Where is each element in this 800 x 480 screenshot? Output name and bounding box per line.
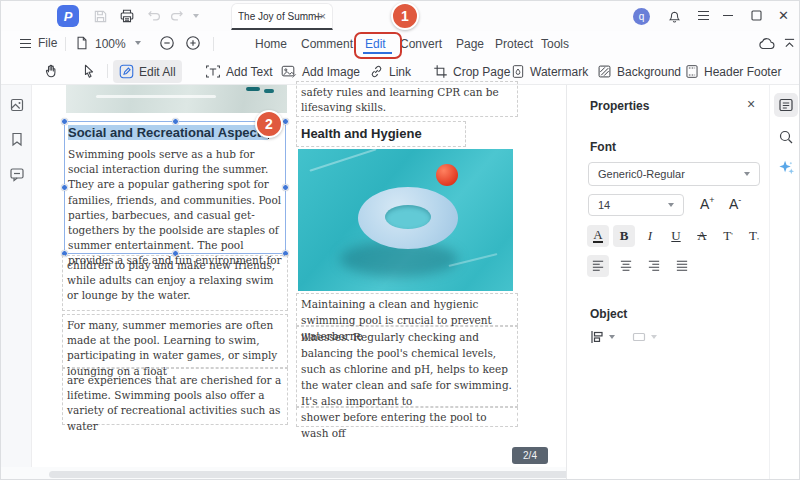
panel-close-icon[interactable]: × [747,96,755,112]
page-view-icon[interactable] [75,35,89,51]
avatar[interactable]: q [633,8,650,25]
header-footer-button[interactable]: Header Footer [679,60,787,83]
window-close-icon[interactable]: ✕ [778,8,789,23]
pool-photo-top-partial[interactable] [66,85,287,113]
add-image-label: Add Image [302,65,360,79]
link-button[interactable]: Link [363,60,417,83]
window-menu-icon[interactable] [697,10,710,21]
app-window: P The Joy of Summer Swi... × + q ✕ [0,0,800,480]
resize-handle[interactable] [282,118,289,125]
object-section-label: Object [590,307,627,321]
watermark-button[interactable]: Watermark [505,60,594,83]
zoom-in-icon[interactable] [185,35,201,51]
heading-block[interactable]: Health and Hygiene [296,121,466,147]
bold-button[interactable]: B [613,225,635,247]
font-family-select[interactable]: Generic0-Regular [588,162,760,186]
font-color-button[interactable]: A [587,225,609,247]
add-text-button[interactable]: Add Text [199,60,278,83]
comments-panel-icon[interactable] [9,166,25,182]
subscript-button[interactable]: T, [743,225,765,247]
text-block[interactable]: Maintaining a clean and hygienic swimmin… [296,293,518,326]
object-distribute-icon [631,329,647,345]
properties-panel-icon[interactable] [774,93,798,117]
text-block[interactable]: illnesses. Regularly checking and balanc… [296,326,518,407]
background-icon [597,64,612,79]
pool-photo[interactable] [298,149,513,291]
new-tab-icon[interactable]: + [314,7,323,24]
align-left-button[interactable] [587,255,609,277]
add-image-button[interactable]: Add Image [275,60,366,83]
selected-text-box[interactable]: Social and Recreational Aspects Swimming… [64,121,286,254]
zoom-level[interactable]: 100% [95,37,126,51]
resize-handle[interactable] [61,118,68,125]
text-block[interactable]: safety rules and learning CPR can be lif… [296,81,518,117]
justify-button[interactable] [671,255,693,277]
align-right-button[interactable] [643,255,665,277]
add-image-icon [281,64,297,79]
horizontal-scrollbar[interactable] [49,471,573,478]
collapse-toolbar-icon[interactable] [783,38,796,49]
resize-handle[interactable] [172,118,179,125]
text-block[interactable]: are experiences that are cherished for a… [62,368,288,425]
save-icon[interactable] [93,9,108,24]
hand-tool-icon[interactable] [43,63,59,79]
italic-button[interactable]: I [639,225,661,247]
align-center-button[interactable] [615,255,637,277]
file-menu-label: File [38,36,57,50]
paragraph-text: safety rules and learning CPR can be [301,85,515,101]
text-block[interactable]: For many, summer memories are often made… [62,314,288,368]
menu-tools[interactable]: Tools [541,37,569,51]
decrease-font-size-icon[interactable]: A- [729,195,741,212]
font-family-value: Generic0-Regular [598,168,685,180]
right-icon-strip [769,85,800,480]
crop-page-icon [433,64,448,79]
background-button[interactable]: Background [591,60,687,83]
bookmarks-icon[interactable] [9,131,25,147]
page-thumbnails-icon[interactable] [9,97,25,113]
underline-button[interactable]: U [665,225,687,247]
edit-all-button[interactable]: Edit All [113,60,182,83]
font-size-value: 14 [598,199,610,211]
select-tool-icon[interactable] [81,63,97,79]
step-2-badge: 2 [255,110,283,138]
watermark-icon [511,64,525,79]
strikethrough-button[interactable]: A [691,225,713,247]
text-block[interactable]: children to play and make new friends, w… [62,255,288,311]
menu-home[interactable]: Home [255,37,287,51]
document-page[interactable]: Social and Recreational Aspects Swimming… [32,85,566,467]
panel-title: Properties [590,99,649,113]
cloud-icon[interactable] [758,37,776,50]
crop-page-button[interactable]: Crop Page [427,60,516,83]
undo-icon[interactable] [147,10,162,23]
menu-page[interactable]: Page [456,37,484,51]
resize-handle[interactable] [61,184,68,191]
paragraph-text: shower before entering the pool to wash … [301,409,515,441]
paragraph-text: are experiences that are cherished for a… [67,373,285,434]
history-dropdown-icon[interactable] [193,14,199,18]
watermark-label: Watermark [530,65,588,79]
edit-menu-highlight-box [354,32,402,59]
menu-comment[interactable]: Comment [301,37,353,51]
redo-icon[interactable] [169,10,184,23]
divider [107,64,108,78]
menu-convert[interactable]: Convert [400,37,442,51]
menu-protect[interactable]: Protect [495,37,533,51]
zoom-out-icon[interactable] [159,35,175,51]
photo-detail [246,87,260,91]
font-size-select[interactable]: 14 [588,194,684,216]
search-icon[interactable] [774,125,798,149]
zoom-dropdown-icon[interactable] [135,41,141,45]
photo-detail [264,89,274,93]
file-menu[interactable]: File [19,36,57,50]
print-icon[interactable] [119,8,135,24]
notification-bell-icon[interactable] [667,8,682,24]
ai-assistant-icon[interactable] [774,155,798,179]
window-minimize-icon[interactable] [723,15,733,16]
increase-font-size-icon[interactable]: A+ [700,195,715,212]
window-maximize-icon[interactable] [751,10,762,21]
superscript-button[interactable]: T' [717,225,739,247]
object-align-dropdown-icon[interactable] [609,335,615,339]
object-align-icon[interactable] [589,329,605,345]
text-block[interactable]: shower before entering the pool to wash … [296,407,518,427]
add-text-label: Add Text [226,65,272,79]
